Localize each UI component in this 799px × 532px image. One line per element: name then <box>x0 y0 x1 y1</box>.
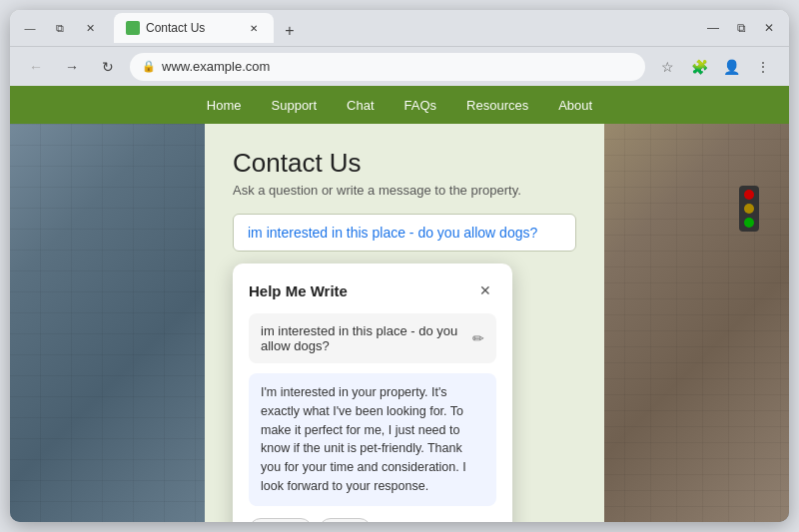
refresh-button[interactable]: ↻ <box>94 53 122 81</box>
new-tab-button[interactable]: + <box>278 19 302 43</box>
window-controls: — ⧉ ✕ <box>18 16 102 40</box>
hmw-result-text: I'm interested in your property. It's ex… <box>261 385 466 493</box>
window-right-controls: — ⧉ ✕ <box>701 16 781 40</box>
contact-input[interactable] <box>233 214 576 252</box>
hmw-redo-button[interactable]: ↻ <box>468 516 496 523</box>
forward-button[interactable]: → <box>58 53 86 81</box>
hmw-edit-icon[interactable]: ✏ <box>472 330 484 346</box>
page-content: Home Support Chat FAQs Resources About C… <box>10 86 789 522</box>
tab-title: Contact Us <box>146 21 205 35</box>
minimize-win-button[interactable]: — <box>701 16 725 40</box>
hmw-query-text: im interested in this place - do you all… <box>261 323 472 353</box>
traffic-light-red <box>744 190 754 200</box>
maximize-button[interactable]: ⧉ <box>48 16 72 40</box>
hmw-query-box: im interested in this place - do you all… <box>249 313 496 363</box>
hmw-tone-select[interactable]: Tone ▾ <box>319 518 372 523</box>
address-right-controls: ☆ 🧩 👤 ⋮ <box>653 53 777 81</box>
nav-item-faqs[interactable]: FAQs <box>404 94 437 117</box>
close-button[interactable]: ✕ <box>78 16 102 40</box>
tab-favicon <box>126 21 140 35</box>
nav-item-home[interactable]: Home <box>207 94 242 117</box>
nav-item-support[interactable]: Support <box>272 94 318 117</box>
nav-item-about[interactable]: About <box>558 94 592 117</box>
hmw-result-box: I'm interested in your property. It's ex… <box>249 373 496 506</box>
traffic-light <box>739 186 759 232</box>
help-me-write-popup: Help Me Write ✕ im interested in this pl… <box>233 264 512 522</box>
active-tab[interactable]: Contact Us ✕ <box>114 13 274 43</box>
back-button[interactable]: ← <box>22 53 50 81</box>
page-title: Contact Us <box>233 148 576 179</box>
tabs-bar: Contact Us ✕ + <box>106 13 697 43</box>
lock-icon: 🔒 <box>142 60 156 73</box>
nav-item-chat[interactable]: Chat <box>347 94 374 117</box>
tab-close-button[interactable]: ✕ <box>246 20 262 36</box>
more-button[interactable]: ⋮ <box>749 53 777 81</box>
browser-window: — ⧉ ✕ Contact Us ✕ + — ⧉ ✕ <box>10 10 789 522</box>
site-navigation: Home Support Chat FAQs Resources About <box>10 86 789 124</box>
hmw-title: Help Me Write <box>249 282 348 299</box>
url-bar[interactable]: 🔒 www.example.com <box>130 53 645 81</box>
minimize-button[interactable]: — <box>18 16 42 40</box>
hmw-undo-button[interactable]: ↩ <box>434 516 462 523</box>
hmw-close-button[interactable]: ✕ <box>474 279 496 301</box>
hmw-controls: Length ▾ Tone ▾ ↩ ↻ <box>249 516 496 523</box>
profile-button[interactable]: 👤 <box>717 53 745 81</box>
building-right <box>599 86 789 522</box>
extensions-button[interactable]: 🧩 <box>685 53 713 81</box>
hmw-header: Help Me Write ✕ <box>249 279 496 301</box>
address-bar: ← → ↻ 🔒 www.example.com ☆ 🧩 👤 ⋮ <box>10 46 789 86</box>
traffic-light-green <box>744 218 754 228</box>
main-content-area: Contact Us Ask a question or write a mes… <box>205 124 604 522</box>
traffic-light-yellow <box>744 204 754 214</box>
hmw-length-select[interactable]: Length ▾ <box>249 518 313 523</box>
bookmark-button[interactable]: ☆ <box>653 53 681 81</box>
restore-win-button[interactable]: ⧉ <box>729 16 753 40</box>
close-win-button[interactable]: ✕ <box>757 16 781 40</box>
title-bar: — ⧉ ✕ Contact Us ✕ + — ⧉ ✕ <box>10 10 789 46</box>
nav-item-resources[interactable]: Resources <box>466 94 528 117</box>
url-text: www.example.com <box>162 59 270 74</box>
page-subtitle: Ask a question or write a message to the… <box>233 183 576 198</box>
